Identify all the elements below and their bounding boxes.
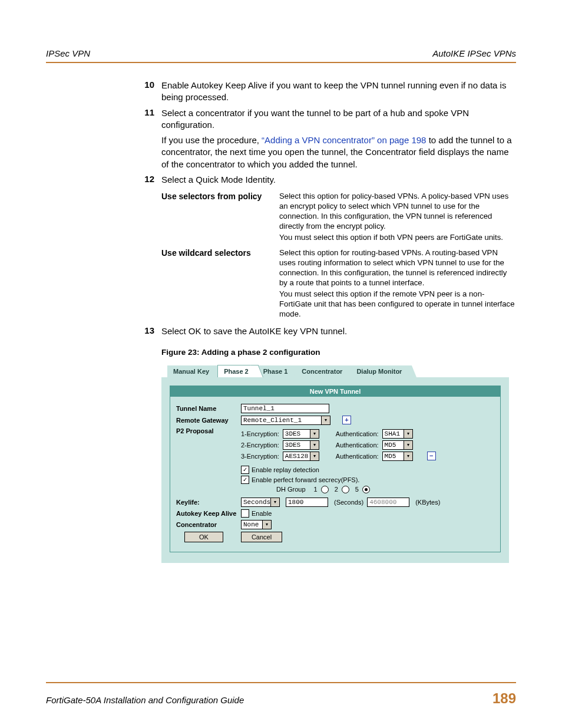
auth3-value: MD5 [382,452,404,461]
keylife-unit-select[interactable]: Seconds▾ [241,498,280,507]
header-left: IPSec VPN [46,48,90,58]
tab-phase-2[interactable]: Phase 2 [217,365,257,377]
new-vpn-panel: New VPN Tunnel Tunnel Name Tunnel_1 Remo… [170,386,501,552]
kbytes-unit-label: (KBytes) [415,499,440,506]
header-rule [46,62,516,63]
dh5-radio[interactable] [362,486,370,493]
replay-checkbox[interactable]: ✓ [241,466,249,474]
tab-label: Manual Key [173,368,209,375]
step-number: 11 [135,107,161,170]
dh2-label: 2 [335,486,338,493]
enc3-label: 3-Encryption: [241,453,279,460]
dh1-radio[interactable] [321,486,329,493]
tab-dialup-monitor[interactable]: Dialup Monitor [351,365,410,377]
vpn-config-screenshot: Manual Key Phase 2 Phase 1 Concentrator … [161,363,509,563]
chevron-down-icon[interactable]: ▾ [310,440,319,450]
auth3-select[interactable]: MD5▾ [382,452,413,461]
header-right: AutoIKE IPSec VPNs [432,48,516,58]
chevron-down-icon[interactable]: ▾ [310,429,319,439]
pfs-checkbox[interactable]: ✓ [241,476,249,484]
option-row: Use wildcard selectors Select this optio… [161,248,516,320]
footer-title: FortiGate-50A Installation and Configura… [46,695,244,705]
remote-gateway-value: Remote_Client_1 [241,416,321,425]
chevron-down-icon[interactable]: ▾ [404,440,413,450]
footer-rule [46,682,516,683]
enc2-select[interactable]: 3DES▾ [283,440,319,450]
dh-group-label: DH Group [276,486,306,493]
auth1-value: SHA1 [382,429,404,439]
seconds-unit-label: (Seconds) [334,499,363,506]
chevron-down-icon[interactable]: ▾ [404,429,413,439]
enc3-value: AES128 [283,452,310,461]
pfs-label: Enable perfect forward secrecy(PFS). [252,476,359,483]
step-number: 12 [135,174,161,186]
page-number: 189 [492,690,516,707]
step-number: 13 [135,325,161,337]
chevron-down-icon[interactable]: ▾ [262,520,272,529]
option-row: Use selectors from policy Select this op… [161,192,516,243]
auth1-select[interactable]: SHA1▾ [382,429,413,439]
enc2-label: 2-Encryption: [241,442,279,449]
auth2-select[interactable]: MD5▾ [382,440,413,450]
chevron-down-icon[interactable]: ▾ [270,498,280,507]
autokey-checkbox[interactable] [241,509,249,518]
step-text: Select OK to save the AutoIKE key VPN tu… [161,325,516,337]
cancel-button[interactable]: Cancel [241,532,282,542]
figure-caption: Figure 23: Adding a phase 2 configuratio… [161,348,516,357]
tab-manual-key[interactable]: Manual Key [167,365,217,377]
concentrator-value: None [241,520,262,529]
auth1-label: Authentication: [336,430,379,437]
chevron-down-icon[interactable]: ▾ [404,452,413,461]
auth3-label: Authentication: [336,453,379,460]
tab-concentrator[interactable]: Concentrator [296,365,351,377]
p2-proposal-label: P2 Proposal [176,427,241,434]
options-table: Use selectors from policy Select this op… [161,192,516,321]
chevron-down-icon[interactable]: ▾ [321,416,330,425]
tab-phase-1[interactable]: Phase 1 [257,365,296,377]
keylife-kbytes-input[interactable]: 4608000 [367,498,409,507]
keylife-seconds-input[interactable]: 1800 [286,498,328,507]
tab-label: Dialup Monitor [356,368,402,375]
add-gateway-icon[interactable]: + [342,416,351,424]
dh5-label: 5 [355,486,359,493]
option-desc: You must select this option if the remot… [279,289,516,319]
tab-label: Phase 2 [224,368,249,375]
chevron-down-icon[interactable]: ▾ [310,452,319,461]
keylife-label: Keylife: [176,499,241,506]
option-desc: Select this option for routing-based VPN… [279,248,516,288]
content-area: 10 Enable Autokey Keep Alive if you want… [135,80,516,563]
option-desc: Select this option for policy-based VPNs… [279,192,516,232]
step-text: Enable Autokey Keep Alive if you want to… [161,80,516,104]
autokey-label: Autokey Keep Alive [176,510,241,517]
auth2-label: Authentication: [336,442,379,449]
option-label: Use wildcard selectors [161,248,279,320]
enc1-value: 3DES [283,429,310,439]
step-note: If you use the procedure, “Adding a VPN … [161,134,516,170]
concentrator-select[interactable]: None▾ [241,520,272,529]
replay-label: Enable replay detection [252,466,319,473]
keylife-unit-value: Seconds [241,498,270,507]
remote-gateway-label: Remote Gateway [176,417,241,424]
step-10: 10 Enable Autokey Keep Alive if you want… [135,80,516,104]
tab-label: Phase 1 [263,368,288,375]
option-desc: You must select this option if both VPN … [279,233,516,243]
dh2-radio[interactable] [342,486,349,493]
step-number: 10 [135,80,161,104]
tunnel-name-input[interactable]: Tunnel_1 [241,404,329,413]
remote-gateway-select[interactable]: Remote_Client_1 ▾ [241,416,330,425]
concentrator-label: Concentrator [176,521,241,528]
panel-title: New VPN Tunnel [170,386,500,397]
enc1-label: 1-Encryption: [241,430,279,437]
tab-bar: Manual Key Phase 2 Phase 1 Concentrator … [161,363,509,377]
tab-label: Concentrator [302,368,342,375]
enc1-select[interactable]: 3DES▾ [283,429,319,439]
note-pre: If you use the procedure, [161,135,262,145]
remove-proposal-icon[interactable]: − [427,452,436,460]
option-label: Use selectors from policy [161,192,279,243]
xref-link[interactable]: “Adding a VPN concentrator” on page 198 [262,135,426,145]
enc3-select[interactable]: AES128▾ [283,452,319,461]
step-11: 11 Select a concentrator if you want the… [135,107,516,170]
ok-button[interactable]: OK [184,532,223,542]
step-13: 13 Select OK to save the AutoIKE key VPN… [135,325,516,337]
step-12: 12 Select a Quick Mode Identity. [135,174,516,186]
